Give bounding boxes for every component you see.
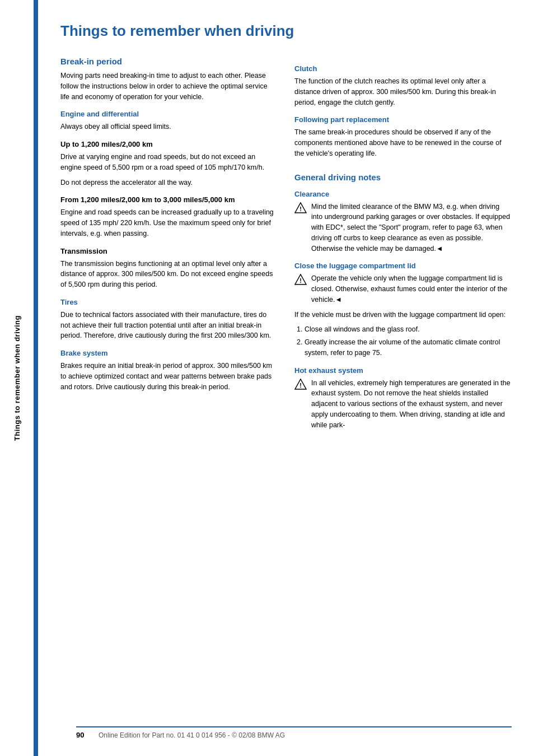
- luggage-step-2: Greatly increase the air volume of the a…: [305, 337, 512, 358]
- clearance-heading: Clearance: [294, 190, 512, 198]
- from-1200-text: Engine and road speeds can be increased …: [60, 207, 278, 239]
- clutch-text: The function of the clutch reaches its o…: [294, 76, 512, 108]
- brake-system-heading: Brake system: [60, 349, 278, 357]
- luggage-intro-text: If the vehicle must be driven with the l…: [294, 310, 512, 320]
- main-content: Things to remember when driving Break-in…: [38, 0, 534, 756]
- svg-text:!: !: [299, 206, 302, 212]
- brake-system-text: Brakes require an initial break-in perio…: [60, 361, 278, 392]
- tires-heading: Tires: [60, 298, 278, 306]
- page-footer: 90 Online Edition for Part no. 01 41 0 0…: [76, 726, 512, 739]
- break-in-intro: Moving parts need breaking-in time to ad…: [60, 71, 278, 102]
- svg-text:!: !: [299, 382, 302, 389]
- following-part-text: The same break-in procedures should be o…: [294, 127, 512, 158]
- luggage-warning-block: ! Operate the vehicle only when the lugg…: [294, 273, 512, 305]
- luggage-steps-list: Close all windows and the glass roof. Gr…: [305, 324, 512, 358]
- luggage-step-1: Close all windows and the glass roof.: [305, 324, 512, 335]
- columns-container: Break-in period Moving parts need breaki…: [60, 57, 512, 435]
- break-in-period-heading: Break-in period: [60, 57, 278, 66]
- left-column: Break-in period Moving parts need breaki…: [60, 57, 278, 435]
- engine-differential-heading: Engine and differential: [60, 110, 278, 118]
- clearance-warning-text: Mind the limited clearance of the BMW M3…: [311, 202, 512, 254]
- warning-triangle-icon: !: [294, 202, 307, 214]
- hot-exhaust-warning-block: ! In all vehicles, extremely high temper…: [294, 378, 512, 431]
- upto-1200-text2: Do not depress the accelerator all the w…: [60, 178, 278, 188]
- close-luggage-heading: Close the luggage compartment lid: [294, 262, 512, 270]
- page-number: 90: [76, 731, 93, 739]
- warning-triangle-icon-2: !: [294, 273, 307, 286]
- luggage-warning-text: Operate the vehicle only when the luggag…: [311, 273, 512, 305]
- hot-exhaust-warning-text: In all vehicles, extremely high temperat…: [311, 378, 512, 431]
- general-driving-notes-heading: General driving notes: [294, 172, 512, 182]
- right-column: Clutch The function of the clutch reache…: [294, 57, 512, 435]
- tires-text: Due to technical factors associated with…: [60, 310, 278, 341]
- hot-exhaust-heading: Hot exhaust system: [294, 366, 512, 375]
- clearance-warning-block: ! Mind the limited clearance of the BMW …: [294, 202, 512, 254]
- transmission-heading: Transmission: [60, 247, 278, 255]
- engine-differential-text: Always obey all official speed limits.: [60, 122, 278, 132]
- following-part-heading: Following part replacement: [294, 115, 512, 124]
- warning-triangle-icon-3: !: [294, 378, 307, 390]
- page-title: Things to remember when driving: [60, 22, 512, 40]
- svg-text:!: !: [299, 277, 302, 284]
- transmission-text: The transmission begins functioning at a…: [60, 259, 278, 290]
- upto-1200-heading: Up to 1,200 miles/2,000 km: [60, 140, 278, 148]
- sidebar: Things to remember when driving: [0, 0, 34, 756]
- upto-1200-text: Drive at varying engine and road speeds,…: [60, 152, 278, 173]
- sidebar-label: Things to remember when driving: [13, 315, 21, 441]
- blue-accent-bar: [34, 0, 38, 756]
- from-1200-heading: From 1,200 miles/2,000 km to 3,000 miles…: [60, 195, 278, 204]
- footer-text: Online Edition for Part no. 01 41 0 014 …: [99, 731, 285, 739]
- clutch-heading: Clutch: [294, 64, 512, 73]
